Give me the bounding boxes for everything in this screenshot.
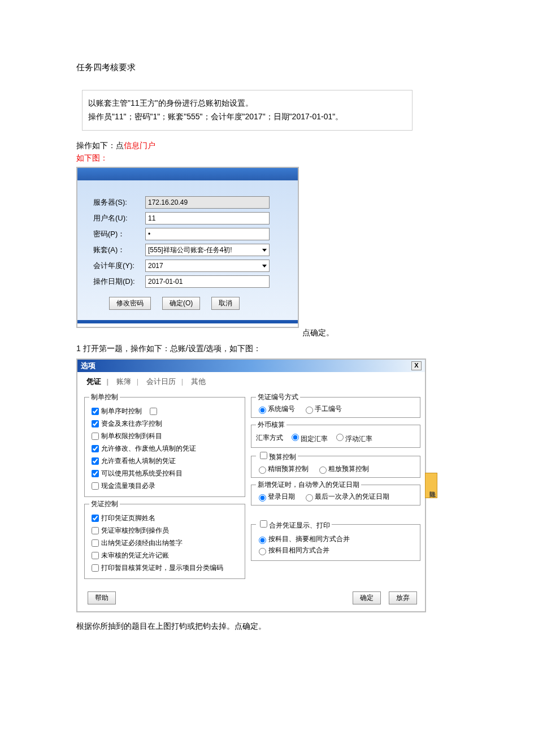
merge-enable-checkbox[interactable] — [260, 520, 267, 528]
numbering-legend: 凭证编号方式 — [256, 392, 300, 402]
as-below-label: 如下图： — [76, 153, 458, 163]
user-input[interactable]: 11 — [145, 212, 270, 224]
budget-enable-checkbox[interactable] — [260, 452, 267, 459]
print-footer-name-checkbox[interactable] — [92, 515, 99, 522]
budget-fieldset: 预算控制 精细预算控制 粗放预算控制 — [251, 450, 420, 478]
audit-to-operator-checkbox[interactable] — [92, 527, 99, 534]
close-icon[interactable]: X — [411, 361, 422, 370]
options-dialog: 选项 X 凭证 账簿 会计日历 其他 制单控制 制单序时控制 — [76, 358, 426, 612]
options-ok-button[interactable]: 确定 — [353, 591, 381, 604]
after-login-text: 点确定。 — [302, 328, 334, 337]
book-select[interactable]: [555]祥瑞公司账套-任务4初! — [145, 244, 270, 256]
fx-legend: 外币核算 — [256, 420, 286, 430]
cheque-control-checkbox[interactable] — [150, 408, 157, 415]
float-rate-radio[interactable] — [336, 434, 344, 441]
rough-budget-label: 粗放预算控制 — [328, 464, 369, 474]
page-heading: 任务四考核要求 — [76, 62, 458, 73]
system-number-radio[interactable] — [259, 407, 266, 414]
tab-ledger[interactable]: 账簿 — [114, 375, 141, 388]
voucher-control-fieldset: 凭证控制 打印凭证页脚姓名 凭证审核控制到操作员 出纳凭证必须经由出纳签字 未审… — [84, 499, 245, 579]
chevron-down-icon — [262, 249, 267, 252]
change-password-button[interactable]: 修改密码 — [109, 297, 151, 310]
rough-budget-radio[interactable] — [319, 466, 327, 474]
cashier-sign-checkbox[interactable] — [92, 539, 99, 547]
login-bottom-bar — [77, 320, 298, 323]
allow-view-others-label: 允许查看他人填制的凭证 — [101, 456, 176, 466]
tab-other[interactable]: 其他 — [189, 375, 208, 388]
float-rate-label: 浮动汇率 — [345, 435, 372, 443]
chevron-down-icon — [262, 265, 267, 267]
date-value: 2017-01-01 — [148, 278, 183, 286]
system-number-label: 系统编号 — [268, 404, 295, 414]
subject-permission-checkbox[interactable] — [92, 433, 99, 440]
login-dialog: 服务器(S): 172.16.20.49 用户名(U): 11 密码(P)： •… — [76, 167, 299, 328]
allow-edit-others-label: 允许修改、作废他人填制的凭证 — [101, 444, 196, 453]
intro-line-1: 以账套主管"11王方"的身份进行总账初始设置。 — [88, 98, 406, 109]
last-entry-date-radio[interactable] — [306, 494, 313, 502]
print-category-code-checkbox[interactable] — [92, 564, 99, 572]
login-date-label: 登录日期 — [268, 492, 295, 502]
subject-permission-label: 制单权限控制到科目 — [101, 431, 162, 441]
print-footer-name-label: 打印凭证页脚姓名 — [101, 513, 155, 523]
merge-subject-summary-label: 按科目、摘要相同方式合并 — [268, 534, 350, 544]
allow-edit-others-checkbox[interactable] — [92, 445, 99, 452]
login-titlebar — [77, 168, 298, 180]
merge-subject-summary-radio[interactable] — [259, 537, 266, 544]
ok-button[interactable]: 确定(O) — [162, 297, 200, 310]
password-value: • — [148, 230, 150, 238]
rate-label: 汇率方式 — [256, 433, 283, 443]
cashflow-required-label: 现金流量项目必录 — [101, 481, 155, 491]
tab-voucher[interactable]: 凭证 — [84, 375, 111, 388]
fine-budget-radio[interactable] — [259, 466, 266, 474]
make-control-fieldset: 制单控制 制单序时控制 资金及来往赤字控制 制单权限控制到科目 允许修改、作废他… — [84, 392, 245, 497]
step-pre-text: 操作如下：点 — [76, 141, 124, 150]
budget-legend: 预算控制 — [269, 453, 296, 461]
date-label: 操作日期(D): — [93, 277, 145, 287]
fixed-rate-label: 固定汇率 — [301, 435, 328, 443]
merge-subject-radio[interactable] — [259, 548, 266, 555]
side-tab[interactable]: 隐账 — [425, 473, 437, 498]
manual-number-radio[interactable] — [306, 407, 313, 414]
merge-legend: 合并凭证显示、打印 — [269, 521, 330, 529]
user-value: 11 — [148, 214, 155, 222]
book-label: 账套(A)： — [93, 245, 145, 255]
year-value: 2017 — [148, 262, 163, 270]
date-input[interactable]: 2017-01-01 — [145, 275, 270, 288]
options-title: 选项 — [81, 361, 95, 371]
last-entry-date-label: 最后一次录入的凭证日期 — [315, 492, 389, 502]
final-note: 根据你所抽到的题目在上图打钧或把钧去掉。点确定。 — [76, 621, 458, 632]
options-tabs: 凭证 账簿 会计日历 其他 — [77, 372, 425, 388]
fine-budget-label: 精细预算控制 — [268, 464, 309, 474]
unaudited-allow-post-checkbox[interactable] — [92, 552, 99, 559]
password-label: 密码(P)： — [93, 229, 145, 239]
fixed-rate-radio[interactable] — [292, 434, 299, 441]
book-value: [555]祥瑞公司账套-任务4初! — [148, 245, 232, 255]
cashflow-required-checkbox[interactable] — [92, 482, 99, 490]
cancel-button[interactable]: 取消 — [211, 297, 240, 310]
intro-line-2: 操作员"11"；密码"1"；账套"555"；会计年度"2017"；日期"2017… — [88, 112, 406, 122]
help-button[interactable]: 帮助 — [88, 591, 116, 604]
year-select[interactable]: 2017 — [145, 260, 270, 272]
use-controlled-subject-checkbox[interactable] — [92, 470, 99, 477]
manual-number-label: 手工编号 — [315, 404, 342, 414]
fund-deficit-checkbox[interactable] — [92, 420, 99, 427]
numbering-fieldset: 凭证编号方式 系统编号 手工编号 — [251, 392, 420, 418]
portal-link[interactable]: 信息门户 — [124, 141, 155, 150]
print-category-code-label: 打印暂目核算凭证时，显示项目分类编码 — [101, 563, 223, 573]
make-control-legend: 制单控制 — [89, 392, 120, 402]
unaudited-allow-post-label: 未审核的凭证允许记账 — [101, 551, 169, 560]
seq-control-label: 制单序时控制 — [101, 407, 142, 416]
autodate-legend: 新增凭证时，自动带入的凭证日期 — [256, 480, 361, 490]
use-controlled-subject-label: 可以使用其他系统受控科目 — [101, 469, 183, 478]
options-cancel-button[interactable]: 放弃 — [389, 591, 417, 604]
step2-text: 1 打开第一题，操作如下：总账/设置/选项，如下图： — [76, 344, 458, 354]
password-input[interactable]: • — [145, 228, 270, 240]
merge-subject-label: 按科目相同方式合并 — [268, 546, 329, 555]
server-input[interactable]: 172.16.20.49 — [145, 196, 270, 209]
autodate-fieldset: 新增凭证时，自动带入的凭证日期 登录日期 最后一次录入的凭证日期 — [251, 480, 420, 506]
login-date-radio[interactable] — [259, 494, 266, 502]
tab-calendar[interactable]: 会计日历 — [144, 375, 185, 388]
seq-control-checkbox[interactable] — [92, 408, 99, 415]
allow-view-others-checkbox[interactable] — [92, 457, 99, 465]
user-label: 用户名(U): — [93, 213, 145, 223]
